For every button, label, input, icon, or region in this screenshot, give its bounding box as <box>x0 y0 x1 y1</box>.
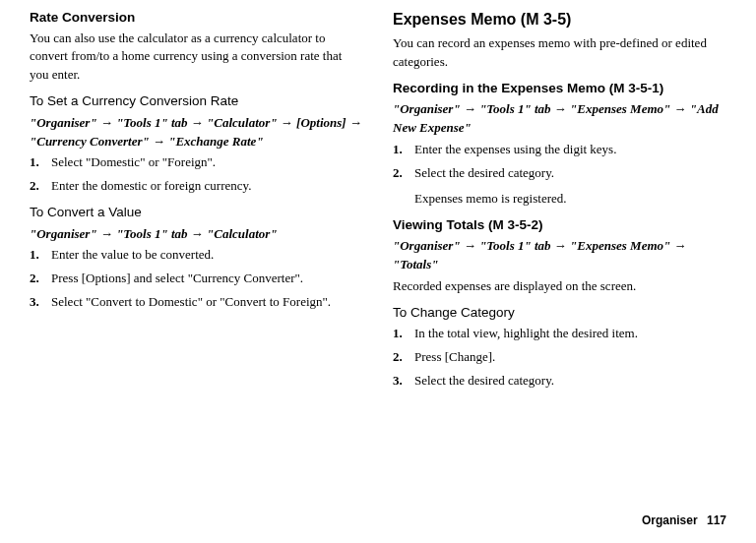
left-column: Rate Conversion You can also use the cal… <box>30 8 363 397</box>
footer-label: Organiser <box>642 513 698 527</box>
step-text: Select the desired category. <box>414 164 726 183</box>
step-text: Enter the value to be converted. <box>51 246 363 265</box>
step-item: 1.Enter the expenses using the digit key… <box>393 141 726 159</box>
page-footer: Organiser 117 <box>642 513 726 529</box>
step-number: 1. <box>30 246 51 265</box>
footer-page-number: 117 <box>707 513 726 527</box>
step-number: 2. <box>30 177 51 196</box>
step-text: Select "Convert to Domestic" or "Convert… <box>51 293 363 312</box>
step-item: 3.Select "Convert to Domestic" or "Conve… <box>30 293 363 312</box>
recording-note: Expenses memo is registered. <box>414 190 726 209</box>
step-number: 3. <box>30 293 51 312</box>
recording-heading-ref: (M 3-5-1) <box>609 81 664 95</box>
step-item: 2.Press [Options] and select "Currency C… <box>30 270 363 288</box>
step-item: 1.In the total view, highlight the desir… <box>393 325 726 343</box>
step-item: 2.Select the desired category. <box>393 164 726 183</box>
rate-conversion-intro: You can also use the calculator as a cur… <box>30 30 363 86</box>
recording-heading-text: Recording in the Expenses Memo <box>393 81 605 95</box>
change-category-steps: 1.In the total view, highlight the desir… <box>393 325 726 391</box>
step-number: 2. <box>393 348 414 367</box>
viewing-totals-nav: "Organiser" → "Tools 1" tab → "Expenses … <box>393 237 726 274</box>
step-text: Enter the domestic or foreign currency. <box>51 177 363 196</box>
recording-nav: "Organiser" → "Tools 1" tab → "Expenses … <box>393 100 726 138</box>
convert-value-nav: "Organiser" → "Tools 1" tab → "Calculato… <box>30 225 363 244</box>
recording-steps: 1.Enter the expenses using the digit key… <box>393 141 726 183</box>
viewing-totals-ref: (M 3-5-2) <box>488 217 543 232</box>
step-item: 3.Select the desired category. <box>393 372 726 391</box>
step-number: 2. <box>393 164 414 183</box>
step-number: 1. <box>393 325 414 343</box>
step-item: 1.Select "Domestic" or "Foreign". <box>30 153 363 172</box>
expenses-memo-heading: Expenses Memo (M 3-5) <box>393 8 726 30</box>
two-column-layout: Rate Conversion You can also use the cal… <box>30 8 726 397</box>
step-number: 1. <box>393 141 414 159</box>
rate-conversion-heading: Rate Conversion <box>30 8 363 28</box>
step-text: In the total view, highlight the desired… <box>414 325 726 343</box>
expenses-memo-intro: You can record an expenses memo with pre… <box>393 34 726 72</box>
step-text: Select the desired category. <box>414 372 726 391</box>
recording-heading: Recording in the Expenses Memo (M 3-5-1) <box>393 79 726 98</box>
step-number: 1. <box>30 153 51 172</box>
expenses-memo-title: Expenses Memo <box>393 11 516 28</box>
set-rate-heading: To Set a Currency Conversion Rate <box>30 91 363 111</box>
change-category-heading: To Change Category <box>393 303 726 323</box>
set-rate-nav: "Organiser" → "Tools 1" tab → "Calculato… <box>30 114 363 151</box>
viewing-totals-text: Viewing Totals <box>393 217 484 232</box>
convert-value-steps: 1.Enter the value to be converted.2.Pres… <box>30 246 363 312</box>
step-item: 2.Press [Change]. <box>393 348 726 367</box>
expenses-memo-ref: (M 3-5) <box>521 11 572 28</box>
step-text: Select "Domestic" or "Foreign". <box>51 153 363 172</box>
step-text: Press [Change]. <box>414 348 726 367</box>
step-text: Enter the expenses using the digit keys. <box>414 141 726 159</box>
viewing-totals-text-body: Recorded expenses are displayed on the s… <box>393 277 726 296</box>
right-column: Expenses Memo (M 3-5) You can record an … <box>393 8 726 397</box>
step-number: 3. <box>393 372 414 391</box>
set-rate-steps: 1.Select "Domestic" or "Foreign".2.Enter… <box>30 153 363 196</box>
step-item: 1.Enter the value to be converted. <box>30 246 363 265</box>
step-number: 2. <box>30 270 51 288</box>
viewing-totals-heading: Viewing Totals (M 3-5-2) <box>393 215 726 235</box>
step-item: 2.Enter the domestic or foreign currency… <box>30 177 363 196</box>
convert-value-heading: To Convert a Value <box>30 203 363 222</box>
step-text: Press [Options] and select "Currency Con… <box>51 270 363 288</box>
